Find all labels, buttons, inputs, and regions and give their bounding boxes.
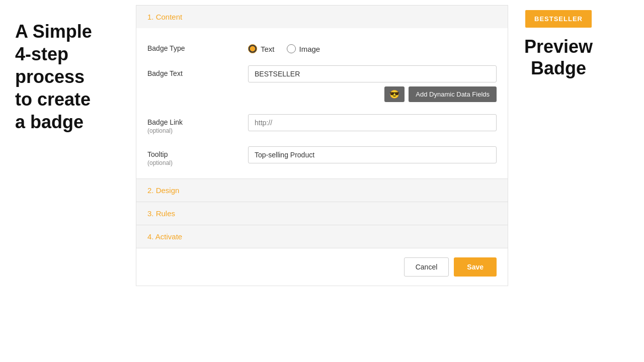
badge-type-label: Badge Type [147,40,248,52]
badge-text-control: 😎 Add Dynamic Data Fields [248,65,497,102]
section-design: 2. Design [136,179,508,202]
section-rules: 3. Rules [136,202,508,225]
form-row-tooltip: Tooltip (optional) [147,146,497,166]
left-panel: A Simple4-step processto createa badge [0,0,136,153]
main-content: 1. Content Badge Type Text Image [136,0,508,291]
radio-image-label[interactable]: Image [287,44,320,53]
section-content: 1. Content Badge Type Text Image [136,5,508,179]
section-header-design[interactable]: 2. Design [136,179,508,202]
badge-text-label: Badge Text [147,65,248,77]
section-body-content: Badge Type Text Image Badge Text [136,28,508,178]
radio-text-label[interactable]: Text [248,44,275,53]
input-actions: 😎 Add Dynamic Data Fields [248,86,497,102]
section-header-activate[interactable]: 4. Activate [136,225,508,248]
right-panel: BESTSELLER Preview Badge [508,0,609,89]
footer-actions: Cancel Save [136,248,508,286]
form-row-badge-text: Badge Text 😎 Add Dynamic Data Fields [147,65,497,102]
badge-type-control: Text Image [248,40,497,53]
section-header-content[interactable]: 1. Content [136,6,508,28]
preview-label: Preview Badge [524,36,593,79]
headline: A Simple4-step processto createa badge [15,20,121,133]
save-button[interactable]: Save [454,257,497,277]
emoji-button[interactable]: 😎 [384,86,405,102]
tooltip-control [248,146,497,163]
badge-preview: BESTSELLER [525,10,592,28]
tooltip-label: Tooltip (optional) [147,146,248,166]
badge-link-control [248,114,497,131]
badge-link-input[interactable] [248,114,497,131]
tooltip-input[interactable] [248,146,497,163]
cancel-button[interactable]: Cancel [404,257,449,277]
form-row-badge-type: Badge Type Text Image [147,40,497,53]
radio-text-input[interactable] [248,44,257,53]
section-activate: 4. Activate [136,225,508,248]
badge-text-input[interactable] [248,65,497,82]
radio-image-input[interactable] [287,44,296,53]
badge-link-label: Badge Link (optional) [147,114,248,134]
section-header-rules[interactable]: 3. Rules [136,202,508,225]
dynamic-fields-button[interactable]: Add Dynamic Data Fields [409,86,497,102]
form-row-badge-link: Badge Link (optional) [147,114,497,134]
